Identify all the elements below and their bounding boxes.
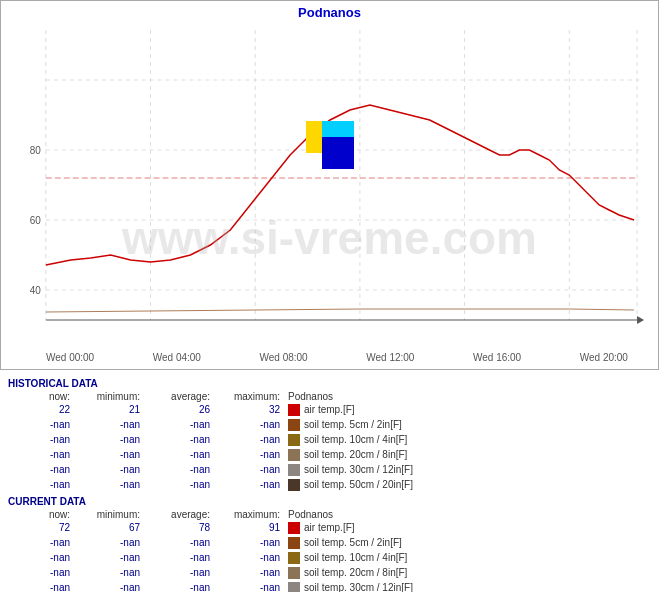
color-indicator [288,537,300,549]
col-now: -nan [8,463,78,477]
color-indicator [288,464,300,476]
col-min: -nan [78,551,148,565]
col-now: -nan [8,433,78,447]
col-max-h: maximum: [218,391,288,402]
col-avg-h: average: [148,391,218,402]
svg-text:60: 60 [30,215,42,226]
col-label: soil temp. 10cm / 4in[F] [288,551,407,565]
current-header: CURRENT DATA [8,496,651,507]
color-indicator [288,434,300,446]
col-min: -nan [78,581,148,592]
sensor-label: soil temp. 10cm / 4in[F] [304,433,407,447]
col-label: soil temp. 5cm / 2in[F] [288,418,402,432]
col-now: -nan [8,418,78,432]
col-max: -nan [218,581,288,592]
col-min: -nan [78,418,148,432]
col-min: -nan [78,566,148,580]
col-label: soil temp. 30cm / 12in[F] [288,463,413,477]
table-row: -nan -nan -nan -nan soil temp. 5cm / 2in… [8,536,651,550]
col-now: -nan [8,448,78,462]
col-avg: -nan [148,478,218,492]
table-row: -nan -nan -nan -nan soil temp. 30cm / 12… [8,581,651,592]
sensor-label: soil temp. 20cm / 8in[F] [304,566,407,580]
x-label-1: Wed 04:00 [153,352,201,363]
col-max: -nan [218,433,288,447]
col-min: -nan [78,433,148,447]
current-rows: 72 67 78 91 air temp.[F] -nan -nan -nan … [8,521,651,592]
col-max: -nan [218,448,288,462]
chart-title: Podnanos [1,1,658,20]
x-axis: Wed 00:00 Wed 04:00 Wed 08:00 Wed 12:00 … [1,350,658,363]
svg-text:80: 80 [30,145,42,156]
table-row: -nan -nan -nan -nan soil temp. 5cm / 2in… [8,418,651,432]
watermark: www.si-vreme.com [122,211,537,265]
cur-col-min-h: minimum: [78,509,148,520]
sensor-label: soil temp. 20cm / 8in[F] [304,448,407,462]
data-table: HISTORICAL DATA now: minimum: average: m… [0,370,659,592]
col-max: -nan [218,536,288,550]
cur-col-max-h: maximum: [218,509,288,520]
col-max: -nan [218,463,288,477]
historical-rows: 22 21 26 32 air temp.[F] -nan -nan -nan … [8,403,651,492]
color-indicator [288,419,300,431]
color-indicator [288,404,300,416]
color-indicator [288,479,300,491]
col-max: -nan [218,418,288,432]
table-row: -nan -nan -nan -nan soil temp. 30cm / 12… [8,463,651,477]
color-indicator [288,449,300,461]
col-min: -nan [78,536,148,550]
col-min: -nan [78,463,148,477]
col-min: 67 [78,521,148,535]
x-label-0: Wed 00:00 [46,352,94,363]
sensor-label: soil temp. 30cm / 12in[F] [304,463,413,477]
col-max: -nan [218,566,288,580]
color-indicator [288,582,300,592]
table-row: -nan -nan -nan -nan soil temp. 50cm / 20… [8,478,651,492]
col-label: soil temp. 5cm / 2in[F] [288,536,402,550]
col-min-h: minimum: [78,391,148,402]
x-label-3: Wed 12:00 [366,352,414,363]
x-label-5: Wed 20:00 [580,352,628,363]
col-now: -nan [8,581,78,592]
col-now: -nan [8,478,78,492]
sensor-label: soil temp. 5cm / 2in[F] [304,418,402,432]
x-label-4: Wed 16:00 [473,352,521,363]
cur-col-loc-h: Podnanos [288,509,368,520]
col-label: air temp.[F] [288,521,355,535]
color-indicator [288,567,300,579]
col-min: 21 [78,403,148,417]
x-label-2: Wed 08:00 [260,352,308,363]
col-now-h: now: [8,391,78,402]
logo-box [306,121,354,169]
sensor-label: air temp.[F] [304,521,355,535]
color-indicator [288,522,300,534]
col-avg: -nan [148,536,218,550]
col-avg: 78 [148,521,218,535]
table-row: 72 67 78 91 air temp.[F] [8,521,651,535]
col-avg: -nan [148,418,218,432]
col-min: -nan [78,448,148,462]
historical-col-headers: now: minimum: average: maximum: Podnanos [8,391,651,402]
historical-header: HISTORICAL DATA [8,378,651,389]
col-now: -nan [8,536,78,550]
col-label: soil temp. 20cm / 8in[F] [288,566,407,580]
col-now: -nan [8,551,78,565]
col-loc-h: Podnanos [288,391,368,402]
col-avg: -nan [148,463,218,477]
cur-col-now-h: now: [8,509,78,520]
col-avg: -nan [148,448,218,462]
col-label: soil temp. 20cm / 8in[F] [288,448,407,462]
table-row: -nan -nan -nan -nan soil temp. 20cm / 8i… [8,448,651,462]
chart-area: www.si-vreme.com www.si-vreme.com [1,20,658,350]
col-avg: -nan [148,581,218,592]
col-label: soil temp. 10cm / 4in[F] [288,433,407,447]
col-max: -nan [218,551,288,565]
col-avg: -nan [148,566,218,580]
col-now: 22 [8,403,78,417]
svg-rect-0 [1,20,658,350]
current-col-headers: now: minimum: average: maximum: Podnanos [8,509,651,520]
col-max: 32 [218,403,288,417]
col-label: soil temp. 50cm / 20in[F] [288,478,413,492]
table-row: -nan -nan -nan -nan soil temp. 20cm / 8i… [8,566,651,580]
col-max: -nan [218,478,288,492]
